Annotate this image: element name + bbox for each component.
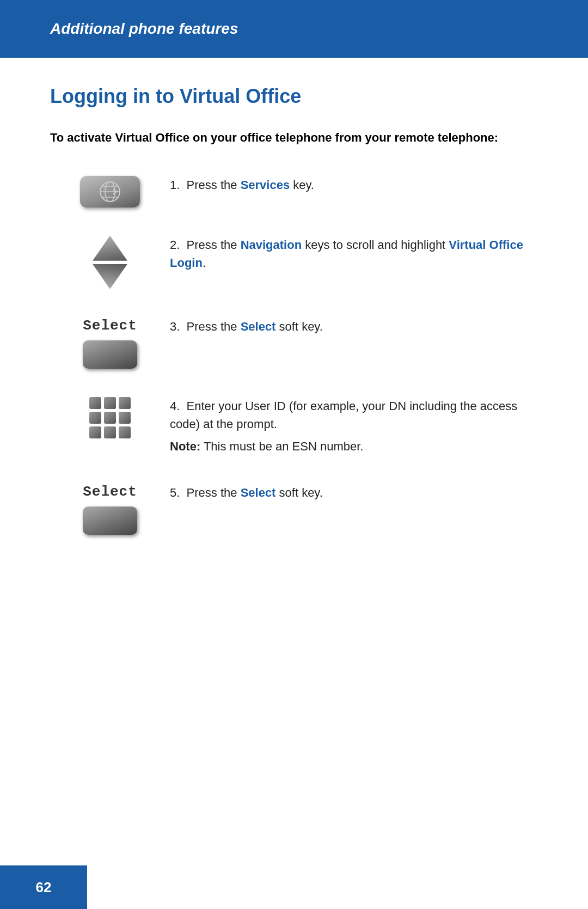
step-2-after: . bbox=[203, 256, 206, 270]
step-5-icon: Select bbox=[50, 481, 170, 535]
keypad-dot-6 bbox=[119, 412, 131, 424]
step-5-row: Select 5. Press the Select soft key. bbox=[50, 481, 538, 535]
step-4-text: 4. Enter your User ID (for example, your… bbox=[170, 395, 538, 455]
keypad-dot-2 bbox=[104, 397, 116, 409]
step-3-icon: Select bbox=[50, 315, 170, 369]
select-button-5-icon bbox=[83, 507, 137, 535]
step-4-row: 4. Enter your User ID (for example, your… bbox=[50, 395, 538, 455]
step-1-after: key. bbox=[290, 178, 314, 192]
keypad-dot-8 bbox=[104, 426, 116, 438]
nav-keys-icon bbox=[88, 236, 132, 289]
step-1-icon bbox=[50, 174, 170, 208]
step-2-highlight1: Navigation bbox=[241, 238, 302, 252]
nav-key-up-icon bbox=[88, 236, 132, 261]
keypad-dot-9 bbox=[119, 426, 131, 438]
header-bar: Additional phone features bbox=[0, 0, 588, 58]
section-intro: To activate Virtual Office on your offic… bbox=[50, 130, 538, 147]
step-3-text: 3. Press the Select soft key. bbox=[170, 315, 538, 335]
step-5-highlight: Select bbox=[241, 486, 276, 499]
step-1-number: 1. bbox=[170, 178, 187, 192]
services-key-icon bbox=[80, 176, 140, 208]
step-2-before: Press the bbox=[187, 238, 241, 252]
keypad-dot-3 bbox=[119, 397, 131, 409]
page-number: 62 bbox=[36, 879, 52, 896]
step-5-number: 5. bbox=[170, 486, 187, 499]
step-5-text: 5. Press the Select soft key. bbox=[170, 481, 538, 502]
step-2-number: 2. bbox=[170, 238, 187, 252]
note-label: Note: bbox=[170, 440, 200, 453]
header-title: Additional phone features bbox=[50, 20, 238, 38]
step-2-text: 2. Press the Navigation keys to scroll a… bbox=[170, 234, 538, 272]
step-3-after: soft key. bbox=[275, 320, 322, 333]
page-heading: Logging in to Virtual Office bbox=[50, 85, 538, 108]
steps-container: 1. Press the Services key. 2. Press the … bbox=[50, 174, 538, 561]
globe-svg-icon bbox=[97, 179, 123, 205]
step-4-icon bbox=[50, 395, 170, 438]
select-button-3-icon bbox=[83, 340, 137, 369]
footer-bar: 62 bbox=[0, 865, 87, 909]
step-2-row: 2. Press the Navigation keys to scroll a… bbox=[50, 234, 538, 289]
step-1-before: Press the bbox=[187, 178, 241, 192]
step-1-text: 1. Press the Services key. bbox=[170, 174, 538, 194]
keypad-dot-4 bbox=[89, 412, 101, 424]
step-3-highlight: Select bbox=[241, 320, 276, 333]
note-body: This must be an ESN number. bbox=[200, 440, 363, 453]
keypad-dot-1 bbox=[89, 397, 101, 409]
step-1-row: 1. Press the Services key. bbox=[50, 174, 538, 208]
main-content: Logging in to Virtual Office To activate… bbox=[0, 58, 588, 605]
step-3-before: Press the bbox=[187, 320, 241, 333]
step-2-middle: keys to scroll and highlight bbox=[302, 238, 449, 252]
step-4-main: Enter your User ID (for example, your DN… bbox=[170, 399, 517, 431]
select-label-5: Select bbox=[83, 484, 137, 500]
step-3-row: Select 3. Press the Select soft key. bbox=[50, 315, 538, 369]
step-3-number: 3. bbox=[170, 320, 187, 333]
select-label-3: Select bbox=[83, 318, 137, 334]
step-4-note: Note: This must be an ESN number. bbox=[170, 437, 538, 455]
keypad-grid-icon bbox=[89, 397, 131, 438]
step-4-number: 4. bbox=[170, 399, 187, 413]
step-2-icon bbox=[50, 234, 170, 289]
step-5-after: soft key. bbox=[275, 486, 322, 499]
keypad-dot-5 bbox=[104, 412, 116, 424]
step-5-before: Press the bbox=[187, 486, 241, 499]
keypad-dot-7 bbox=[89, 426, 101, 438]
step-1-highlight: Services bbox=[241, 178, 290, 192]
nav-key-down-icon bbox=[88, 264, 132, 289]
